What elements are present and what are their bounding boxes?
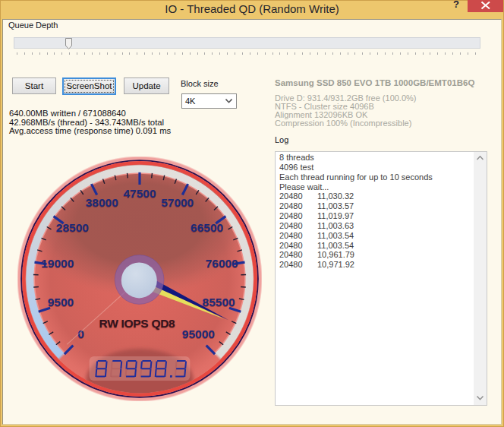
svg-text:57000: 57000 xyxy=(161,196,194,209)
svg-text:RW IOPS QD8: RW IOPS QD8 xyxy=(99,317,175,330)
svg-text:28500: 28500 xyxy=(56,221,89,234)
svg-text:95000: 95000 xyxy=(182,327,215,340)
svg-text:85500: 85500 xyxy=(203,296,235,308)
svg-text:9500: 9500 xyxy=(48,296,74,308)
svg-text:47500: 47500 xyxy=(123,187,156,200)
svg-text:66500: 66500 xyxy=(191,221,223,234)
svg-text:38000: 38000 xyxy=(86,196,118,209)
svg-text:76000: 76000 xyxy=(206,257,238,270)
svg-text:19000: 19000 xyxy=(41,257,74,270)
